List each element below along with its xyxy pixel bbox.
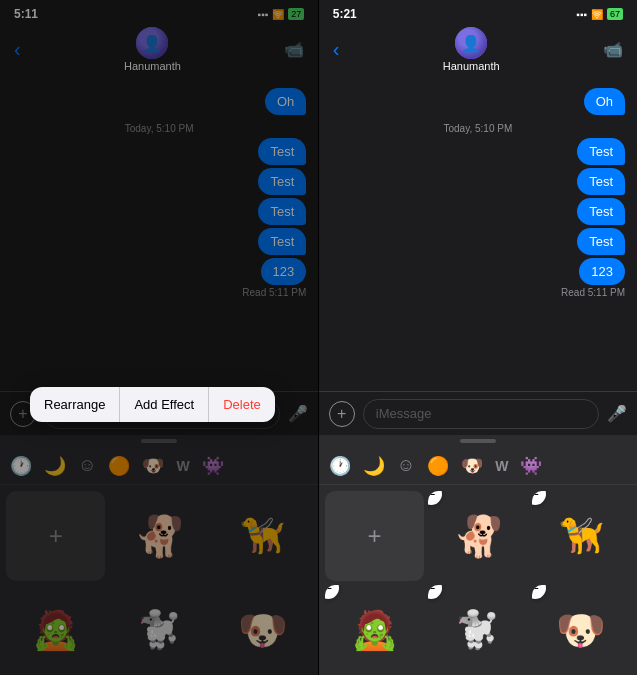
contact-name-right: Hanumanth bbox=[443, 60, 500, 72]
sticker-dog-2-right[interactable]: 🦮 − bbox=[532, 491, 631, 581]
context-menu: Rearrange Add Effect Delete bbox=[30, 387, 275, 422]
dog-sticker-icon-4-right: 🐶 bbox=[556, 607, 606, 654]
sticker-dog-3-right[interactable]: 🐩 − bbox=[428, 585, 527, 675]
tab-clock-right[interactable]: 🕐 bbox=[329, 455, 351, 477]
message-bubble-oh-right: Oh bbox=[584, 88, 625, 115]
tab-wiki-right[interactable]: W bbox=[495, 458, 508, 474]
battery-icon-right: 67 bbox=[607, 8, 623, 20]
status-icons-right: ▪▪▪ 🛜 67 bbox=[576, 8, 623, 20]
back-button-right[interactable]: ‹ bbox=[333, 38, 340, 61]
panel-overlay bbox=[0, 0, 318, 675]
message-test-3-right: Test bbox=[577, 198, 625, 225]
remove-badge-5-right[interactable]: − bbox=[532, 585, 546, 599]
tab-smile-right[interactable]: ☺ bbox=[397, 455, 415, 476]
sticker-dog-4-right[interactable]: 🐶 − bbox=[532, 585, 631, 675]
delete-button[interactable]: Delete bbox=[209, 387, 275, 422]
status-bar-right: 5:21 ▪▪▪ 🛜 67 bbox=[319, 0, 637, 24]
dog-sticker-icon-2-right: 🦮 bbox=[559, 515, 604, 557]
tab-moon-right[interactable]: 🌙 bbox=[363, 455, 385, 477]
minus-icon-1-right: − bbox=[428, 491, 435, 502]
rearrange-button[interactable]: Rearrange bbox=[30, 387, 120, 422]
message-test-1-right: Test bbox=[577, 138, 625, 165]
sticker-grid-right: + 🐕 − 🦮 − 🧟 − 🐩 bbox=[319, 485, 637, 675]
signal-icon-right: ▪▪▪ bbox=[576, 9, 587, 20]
input-bar-right: + iMessage 🎤 bbox=[319, 391, 637, 435]
minus-icon-5-right: − bbox=[532, 585, 539, 596]
avatar-image-right bbox=[455, 27, 487, 59]
right-panel: 5:21 ▪▪▪ 🛜 67 ‹ Hanumanth 📹 Oh Today, 5:… bbox=[319, 0, 637, 675]
wifi-icon-right: 🛜 bbox=[591, 9, 603, 20]
sticker-add-button-right[interactable]: + bbox=[325, 491, 424, 581]
input-plus-button-right[interactable]: + bbox=[329, 401, 355, 427]
read-receipt-right: Read 5:11 PM bbox=[331, 287, 625, 298]
sticker-tabs-right: 🕐 🌙 ☺ 🟠 🐶 W 👾 bbox=[319, 445, 637, 485]
status-time-right: 5:21 bbox=[333, 7, 357, 21]
minus-icon-3-right: − bbox=[325, 585, 332, 596]
message-test-2-right: Test bbox=[577, 168, 625, 195]
remove-badge-4-right[interactable]: − bbox=[428, 585, 442, 599]
character-sticker-icon-right: 🧟 bbox=[351, 608, 398, 652]
messages-area-right: Oh Today, 5:10 PM Test Test Test Test 12… bbox=[319, 76, 637, 391]
minus-icon-2-right: − bbox=[532, 491, 539, 502]
dog-sticker-icon-1-right: 🐕 bbox=[453, 513, 503, 560]
tab-orange-right[interactable]: 🟠 bbox=[427, 455, 449, 477]
message-input-right[interactable]: iMessage bbox=[363, 399, 599, 429]
plus-icon-right: + bbox=[337, 405, 346, 423]
remove-badge-1-right[interactable]: − bbox=[428, 491, 442, 505]
add-sticker-icon-right: + bbox=[367, 522, 381, 550]
message-test-4-right: Test bbox=[577, 228, 625, 255]
input-placeholder-right: iMessage bbox=[376, 406, 432, 421]
minus-icon-4-right: − bbox=[428, 585, 435, 596]
message-123-right: 123 bbox=[579, 258, 625, 285]
left-panel: 5:11 ▪▪▪ 🛜 27 ‹ Hanumanth 📹 Oh Today, 5:… bbox=[0, 0, 318, 675]
avatar-right bbox=[455, 27, 487, 59]
remove-badge-3-right[interactable]: − bbox=[325, 585, 339, 599]
timestamp-right: Today, 5:10 PM bbox=[331, 123, 625, 134]
dog-sticker-icon-3-right: 🐩 bbox=[455, 609, 500, 651]
sticker-panel-right: 🕐 🌙 ☺ 🟠 🐶 W 👾 + 🐕 − 🦮 − bbox=[319, 435, 637, 675]
sticker-character-right[interactable]: 🧟 − bbox=[325, 585, 424, 675]
pull-indicator-right bbox=[460, 439, 496, 443]
nav-header-right: ‹ Hanumanth 📹 bbox=[319, 24, 637, 76]
contact-info-right: Hanumanth bbox=[443, 27, 500, 72]
mic-button-right[interactable]: 🎤 bbox=[607, 404, 627, 423]
sticker-dog-1-right[interactable]: 🐕 − bbox=[428, 491, 527, 581]
remove-badge-2-right[interactable]: − bbox=[532, 491, 546, 505]
add-effect-button[interactable]: Add Effect bbox=[120, 387, 209, 422]
tab-reddit-right[interactable]: 👾 bbox=[520, 455, 542, 477]
tab-dog-active-right[interactable]: 🐶 bbox=[461, 455, 483, 477]
video-call-button-right[interactable]: 📹 bbox=[603, 40, 623, 59]
